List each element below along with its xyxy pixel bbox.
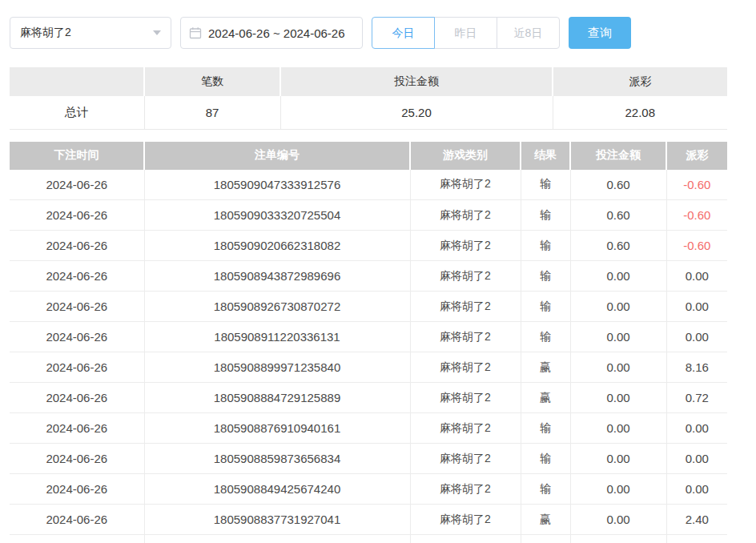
table-row: 2024-06-26 1805909033320725504 麻将胡了2 输 0… <box>10 200 727 231</box>
bet-records-table: 下注时间 注单编号 游戏类别 结果 投注金额 派彩 2024-06-26 180… <box>10 142 727 543</box>
game-type-cell: 麻将胡了2 <box>410 413 521 444</box>
order-number-cell: 1805908837731927041 <box>144 505 410 535</box>
header-order-number: 注单编号 <box>144 142 410 170</box>
game-type-cell: 麻将胡了2 <box>410 352 521 383</box>
game-type-cell: 麻将胡了2 <box>410 383 521 413</box>
payout-cell: 0.00 <box>666 444 727 474</box>
query-button[interactable]: 查询 <box>569 17 631 49</box>
bet-history-page: 麻将胡了2 2024-06-26 ~ 2024-06-26 今日 昨日 近8日 … <box>0 0 756 543</box>
bet-time-cell: 2024-06-26 <box>10 474 144 505</box>
payout-cell: 0.00 <box>666 292 727 322</box>
order-number-cell: 1805909047333912576 <box>144 170 410 200</box>
game-select[interactable]: 麻将胡了2 <box>10 17 171 49</box>
order-number-cell: 1805908911220336131 <box>144 322 410 352</box>
game-type-cell: 麻将胡了2 <box>410 261 521 292</box>
bet-time-cell: 2024-06-26 <box>10 292 144 322</box>
table-row: 2024-06-26 1805908911220336131 麻将胡了2 输 0… <box>10 322 727 352</box>
order-number-cell: 1805908926730870272 <box>144 292 410 322</box>
table-row: 2024-06-26 1805909020662318082 麻将胡了2 输 0… <box>10 231 727 261</box>
bet-time-cell: 2024-06-26 <box>10 383 144 413</box>
order-number-cell: 1805908849425674240 <box>144 474 410 505</box>
payout-cell: 0.00 <box>666 474 727 505</box>
date-range-value: 2024-06-26 ~ 2024-06-26 <box>208 26 345 40</box>
header-bet-amount: 投注金额 <box>570 142 666 170</box>
quick-filter-last8days[interactable]: 近8日 <box>497 17 560 49</box>
bet-time-cell: 2024-06-26 <box>10 322 144 352</box>
summary-header-row: 笔数 投注金额 派彩 <box>10 67 727 96</box>
bet-amount-cell: 0.60 <box>570 170 666 200</box>
game-type-cell: 麻将胡了2 <box>410 170 521 200</box>
payout-cell <box>666 535 727 543</box>
bet-amount-cell: 0.60 <box>570 231 666 261</box>
game-type-cell <box>410 535 521 543</box>
game-type-cell: 麻将胡了2 <box>410 322 521 352</box>
result-cell: 输 <box>521 200 570 231</box>
payout-cell: -0.60 <box>666 231 727 261</box>
header-payout: 派彩 <box>666 142 727 170</box>
table-row: 2024-06-26 1805908943872989696 麻将胡了2 输 0… <box>10 261 727 292</box>
result-cell: 赢 <box>521 352 570 383</box>
result-cell: 赢 <box>521 383 570 413</box>
table-row: 2024-06-26 1805908837731927041 麻将胡了2 赢 0… <box>10 505 727 535</box>
payout-cell: 0.00 <box>666 413 727 444</box>
game-type-cell: 麻将胡了2 <box>410 231 521 261</box>
game-type-cell: 麻将胡了2 <box>410 505 521 535</box>
summary-header-count: 笔数 <box>144 67 280 96</box>
bet-amount-cell: 0.00 <box>570 383 666 413</box>
bet-amount-cell: 0.00 <box>570 474 666 505</box>
bet-table-body: 2024-06-26 1805909047333912576 麻将胡了2 输 0… <box>10 170 727 543</box>
summary-payout-value: 22.08 <box>553 96 727 129</box>
bet-time-cell: 2024-06-26 <box>10 413 144 444</box>
table-row: 2024-06-26 1805908859873656834 麻将胡了2 输 0… <box>10 444 727 474</box>
date-range-picker[interactable]: 2024-06-26 ~ 2024-06-26 <box>180 17 363 49</box>
header-game-type: 游戏类别 <box>410 142 521 170</box>
calendar-icon <box>189 26 202 39</box>
filter-bar: 麻将胡了2 2024-06-26 ~ 2024-06-26 今日 昨日 近8日 … <box>10 17 756 49</box>
header-bet-time: 下注时间 <box>10 142 144 170</box>
order-number-cell: 1805908884729125889 <box>144 383 410 413</box>
payout-cell: -0.60 <box>666 200 727 231</box>
summary-count-value: 87 <box>144 96 280 129</box>
bet-amount-cell <box>570 535 666 543</box>
summary-bet-amount-value: 25.20 <box>280 96 553 129</box>
payout-cell: 0.00 <box>666 322 727 352</box>
bet-amount-cell: 0.00 <box>570 413 666 444</box>
table-row <box>10 535 727 543</box>
quick-filter-today[interactable]: 今日 <box>372 17 435 49</box>
game-type-cell: 麻将胡了2 <box>410 292 521 322</box>
result-cell: 输 <box>521 474 570 505</box>
result-cell: 输 <box>521 322 570 352</box>
bet-time-cell <box>10 535 144 543</box>
payout-cell: 2.40 <box>666 505 727 535</box>
bet-amount-cell: 0.00 <box>570 505 666 535</box>
order-number-cell: 1805908943872989696 <box>144 261 410 292</box>
order-number-cell: 1805908876910940161 <box>144 413 410 444</box>
order-number-cell <box>144 535 410 543</box>
chevron-down-icon <box>153 30 161 35</box>
summary-total-label: 总计 <box>10 96 144 129</box>
summary-header-blank <box>10 67 144 96</box>
game-type-cell: 麻将胡了2 <box>410 200 521 231</box>
result-cell: 输 <box>521 170 570 200</box>
table-row: 2024-06-26 1805908884729125889 麻将胡了2 赢 0… <box>10 383 727 413</box>
order-number-cell: 1805908899971235840 <box>144 352 410 383</box>
table-row: 2024-06-26 1805909047333912576 麻将胡了2 输 0… <box>10 170 727 200</box>
quick-filter-yesterday[interactable]: 昨日 <box>434 17 497 49</box>
bet-amount-cell: 0.00 <box>570 444 666 474</box>
order-number-cell: 1805909020662318082 <box>144 231 410 261</box>
header-result: 结果 <box>521 142 570 170</box>
order-number-cell: 1805909033320725504 <box>144 200 410 231</box>
table-row: 2024-06-26 1805908926730870272 麻将胡了2 输 0… <box>10 292 727 322</box>
bet-amount-cell: 0.00 <box>570 322 666 352</box>
bet-time-cell: 2024-06-26 <box>10 200 144 231</box>
bet-time-cell: 2024-06-26 <box>10 231 144 261</box>
summary-header-payout: 派彩 <box>553 67 727 96</box>
bet-amount-cell: 0.60 <box>570 200 666 231</box>
game-type-cell: 麻将胡了2 <box>410 444 521 474</box>
result-cell: 输 <box>521 413 570 444</box>
result-cell: 输 <box>521 231 570 261</box>
game-select-value: 麻将胡了2 <box>20 26 71 40</box>
bet-table-header-row: 下注时间 注单编号 游戏类别 结果 投注金额 派彩 <box>10 142 727 170</box>
payout-cell: 0.72 <box>666 383 727 413</box>
table-row: 2024-06-26 1805908899971235840 麻将胡了2 赢 0… <box>10 352 727 383</box>
